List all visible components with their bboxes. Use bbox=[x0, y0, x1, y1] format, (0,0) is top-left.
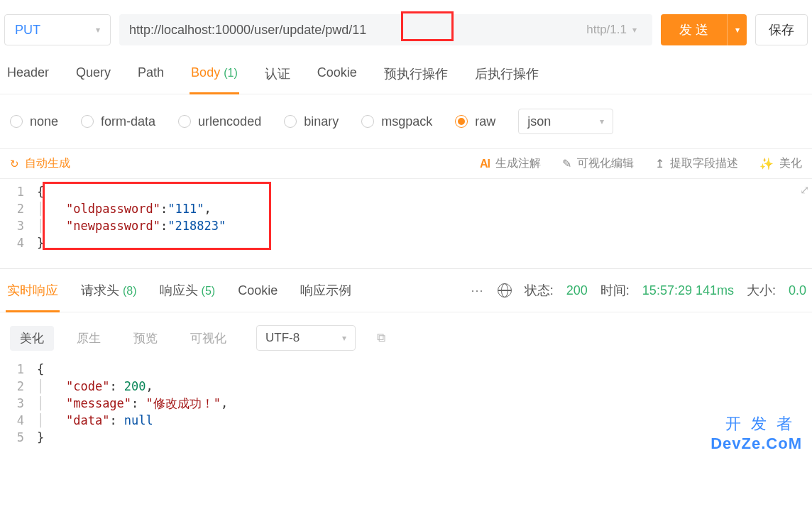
line-number: 4 bbox=[0, 234, 37, 251]
refresh-icon: ↻ bbox=[10, 158, 19, 170]
edit-icon: ✎ bbox=[562, 157, 571, 170]
tab-query[interactable]: Query bbox=[75, 54, 112, 94]
more-icon[interactable]: ⋯ bbox=[471, 283, 485, 298]
body-type-formdata[interactable]: form-data bbox=[81, 114, 155, 129]
resp-tab-cookie[interactable]: Cookie bbox=[236, 271, 279, 311]
visual-editor-label: 可视化编辑 bbox=[577, 156, 634, 171]
radio-icon bbox=[284, 115, 297, 128]
tab-auth[interactable]: 认证 bbox=[263, 54, 292, 94]
http-version-value: http/1.1 bbox=[586, 23, 627, 37]
http-method-select[interactable]: PUT ▾ bbox=[4, 14, 111, 45]
line-number: 4 bbox=[0, 412, 37, 429]
copy-icon[interactable]: ⧉ bbox=[377, 331, 385, 345]
body-format-select[interactable]: json ▾ bbox=[518, 109, 613, 134]
tab-body[interactable]: Body (1) bbox=[190, 54, 239, 94]
url-input[interactable] bbox=[129, 23, 581, 38]
radio-icon bbox=[81, 115, 94, 128]
expand-icon[interactable]: ⤢ bbox=[800, 183, 809, 197]
radio-label: form-data bbox=[101, 114, 155, 129]
send-button-caret[interactable]: ▾ bbox=[727, 14, 747, 45]
beautify-label: 美化 bbox=[779, 156, 802, 171]
resp-tab-request-headers[interactable]: 请求头 (8) bbox=[79, 269, 138, 312]
resp-tab-realtime[interactable]: 实时响应 bbox=[6, 269, 60, 312]
time-value: 15:57:29 141ms bbox=[642, 283, 734, 298]
request-url-bar: PUT ▾ http/1.1 ▾ 发 送 ▾ 保存 bbox=[0, 0, 812, 54]
chevron-down-icon: ▾ bbox=[632, 25, 637, 35]
tab-body-label: Body bbox=[191, 65, 220, 80]
beautify-button[interactable]: ✨美化 bbox=[759, 156, 802, 171]
auto-generate-button[interactable]: ↻ 自动生成 bbox=[10, 156, 70, 171]
subtab-preview[interactable]: 预览 bbox=[124, 326, 168, 351]
ai-icon: AI bbox=[480, 158, 490, 170]
response-meta: ⋯ 状态: 200 时间: 15:57:29 141ms 大小: 0.0 bbox=[471, 282, 806, 299]
http-version-select[interactable]: http/1.1 ▾ bbox=[581, 23, 642, 37]
status-label: 状态: bbox=[525, 282, 554, 299]
tab-header[interactable]: Header bbox=[6, 54, 50, 94]
code-line: 4│ "data": null bbox=[0, 412, 812, 429]
subtab-visual[interactable]: 可视化 bbox=[180, 326, 236, 351]
response-tabs: 实时响应 请求头 (8) 响应头 (5) Cookie 响应示例 bbox=[6, 269, 353, 312]
body-types-row: none form-data urlencoded binary msgpack… bbox=[0, 94, 812, 149]
line-number: 2 bbox=[0, 200, 37, 217]
extract-fields-button[interactable]: ↥提取字段描述 bbox=[655, 156, 738, 171]
subtab-raw[interactable]: 原生 bbox=[67, 326, 111, 351]
watermark-line2: DevZe.CoM bbox=[710, 435, 802, 453]
radio-icon bbox=[10, 115, 23, 128]
body-type-raw[interactable]: raw bbox=[455, 114, 495, 129]
code-line: 2│ "oldpassword":"111", bbox=[0, 200, 812, 217]
radio-icon bbox=[361, 115, 374, 128]
chevron-down-icon: ▾ bbox=[96, 25, 100, 35]
tab-path[interactable]: Path bbox=[136, 54, 165, 94]
send-button-label: 发 送 bbox=[661, 14, 727, 45]
auto-generate-label: 自动生成 bbox=[25, 156, 70, 171]
send-button[interactable]: 发 送 ▾ bbox=[661, 14, 747, 45]
size-label: 大小: bbox=[747, 282, 776, 299]
code-line: 1{ bbox=[0, 361, 812, 378]
tab-pre-script[interactable]: 预执行操作 bbox=[383, 54, 449, 94]
subtab-beautify[interactable]: 美化 bbox=[10, 326, 54, 351]
watermark-line1: 开发者 bbox=[725, 413, 802, 435]
tab-cookie[interactable]: Cookie bbox=[316, 54, 358, 94]
response-body-editor[interactable]: 1{ 2│ "code": 200, 3│ "message": "修改成功！"… bbox=[0, 361, 812, 454]
resp-tab-example[interactable]: 响应示例 bbox=[299, 269, 353, 312]
wand-icon: ✨ bbox=[759, 157, 774, 170]
body-type-none[interactable]: none bbox=[10, 114, 58, 129]
body-type-binary[interactable]: binary bbox=[284, 114, 339, 129]
ai-label: 生成注解 bbox=[495, 156, 541, 171]
code-block: 1{ 2│ "oldpassword":"111", 3│ "newpasswo… bbox=[0, 183, 812, 251]
body-type-urlencoded[interactable]: urlencoded bbox=[178, 114, 261, 129]
code-line: 1{ bbox=[0, 183, 812, 200]
line-number: 1 bbox=[0, 183, 37, 200]
save-button[interactable]: 保存 bbox=[755, 14, 808, 45]
http-method-value: PUT bbox=[15, 23, 40, 38]
radio-label: raw bbox=[475, 114, 495, 129]
radio-icon bbox=[455, 115, 468, 128]
request-body-editor[interactable]: ⤢ 1{ 2│ "oldpassword":"111", 3│ "newpass… bbox=[0, 179, 812, 268]
response-header-row: 实时响应 请求头 (8) 响应头 (5) Cookie 响应示例 ⋯ 状态: 2… bbox=[0, 269, 812, 312]
radio-label: urlencoded bbox=[198, 114, 261, 129]
code-line: 5} bbox=[0, 429, 812, 446]
encoding-value: UTF-8 bbox=[265, 331, 300, 345]
response-subtabs: 美化 原生 预览 可视化 UTF-8 ▾ ⧉ bbox=[0, 312, 812, 361]
resp-tab-response-headers[interactable]: 响应头 (5) bbox=[158, 269, 217, 312]
globe-icon[interactable] bbox=[498, 283, 512, 298]
tab-post-script[interactable]: 后执行操作 bbox=[473, 54, 540, 94]
encoding-select[interactable]: UTF-8 ▾ bbox=[256, 325, 356, 351]
chevron-down-icon: ▾ bbox=[342, 333, 346, 343]
code-block: 1{ 2│ "code": 200, 3│ "message": "修改成功！"… bbox=[0, 361, 812, 446]
line-number: 2 bbox=[0, 378, 37, 395]
code-line: 3│ "newpassword":"218823" bbox=[0, 217, 812, 234]
body-type-msgpack[interactable]: msgpack bbox=[361, 114, 432, 129]
size-value: 0.0 bbox=[789, 283, 806, 298]
code-line: 2│ "code": 200, bbox=[0, 378, 812, 395]
code-line: 4} bbox=[0, 234, 812, 251]
line-number: 1 bbox=[0, 361, 37, 378]
extract-label: 提取字段描述 bbox=[670, 156, 738, 171]
body-toolbar: ↻ 自动生成 AI生成注解 ✎可视化编辑 ↥提取字段描述 ✨美化 bbox=[0, 149, 812, 179]
visual-editor-button[interactable]: ✎可视化编辑 bbox=[562, 156, 634, 171]
radio-label: msgpack bbox=[381, 114, 432, 129]
ai-generate-button[interactable]: AI生成注解 bbox=[480, 156, 541, 171]
resp-tab-count: (8) bbox=[123, 285, 137, 297]
url-input-wrap: http/1.1 ▾ bbox=[119, 14, 652, 45]
status-code: 200 bbox=[566, 283, 588, 298]
